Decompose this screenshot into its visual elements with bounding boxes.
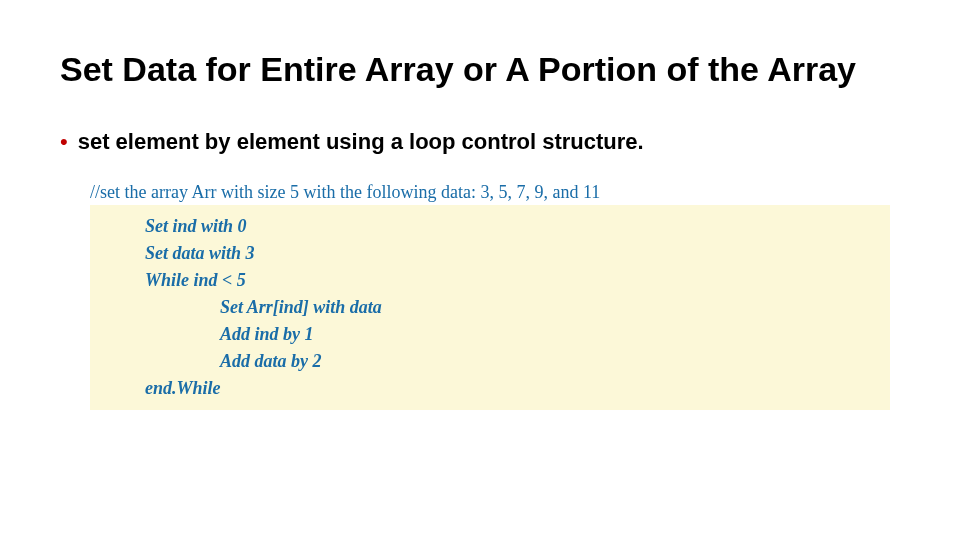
code-line: Set Arr[ind] with data [145,294,890,321]
code-comment: //set the array Arr with size 5 with the… [90,180,890,205]
bullet-item: • set element by element using a loop co… [60,129,900,155]
code-line: Set data with 3 [145,240,890,267]
code-line: end.While [145,375,890,402]
code-line: While ind < 5 [145,267,890,294]
code-line: Add ind by 1 [145,321,890,348]
pseudocode-body: Set ind with 0 Set data with 3 While ind… [90,205,890,410]
code-line: Add data by 2 [145,348,890,375]
bullet-marker: • [60,129,68,155]
code-block: //set the array Arr with size 5 with the… [90,180,890,410]
bullet-text: set element by element using a loop cont… [78,129,644,155]
code-line: Set ind with 0 [145,213,890,240]
slide-title: Set Data for Entire Array or A Portion o… [60,50,900,89]
